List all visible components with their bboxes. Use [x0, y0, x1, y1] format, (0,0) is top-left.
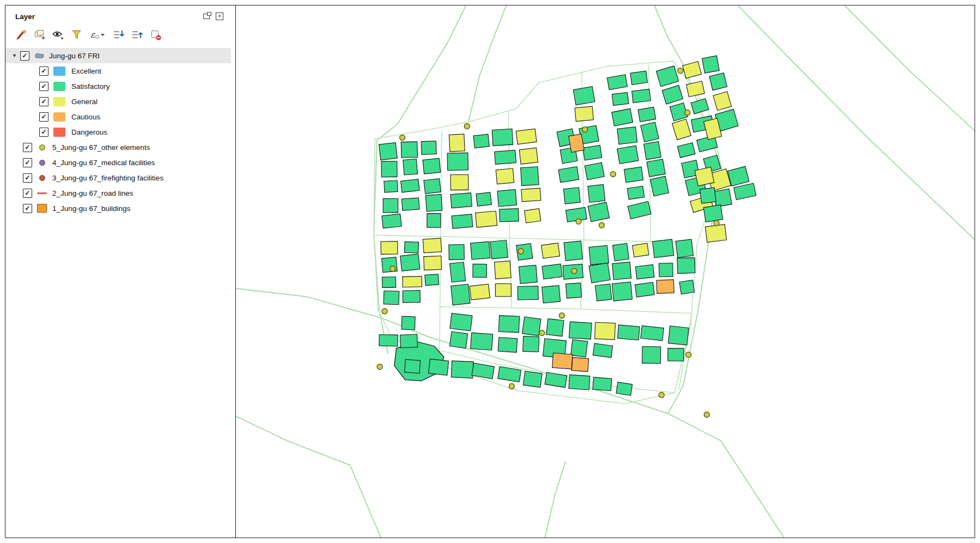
legend-item-excellent[interactable]: Excellent [5, 63, 231, 79]
building[interactable] [403, 159, 418, 175]
root-layer-checkbox[interactable] [20, 51, 29, 61]
filter-by-expression-button[interactable]: ε [88, 28, 107, 41]
layer-row-root[interactable]: Jung-gu 67 FRI [5, 48, 231, 63]
building[interactable] [381, 161, 397, 177]
building[interactable] [569, 134, 585, 153]
building[interactable] [403, 291, 420, 303]
legend-item-cautious[interactable]: Cautious [5, 109, 231, 124]
building[interactable] [627, 186, 644, 200]
building[interactable] [519, 265, 538, 283]
building[interactable] [424, 256, 442, 270]
building[interactable] [569, 375, 590, 390]
building[interactable] [496, 168, 514, 184]
building[interactable] [566, 283, 582, 298]
building[interactable] [451, 193, 472, 208]
building[interactable] [588, 202, 610, 222]
building[interactable] [638, 107, 656, 122]
building[interactable] [558, 167, 579, 183]
building[interactable] [379, 143, 398, 160]
manage-map-themes-button[interactable] [51, 28, 65, 41]
building[interactable] [523, 336, 539, 352]
building[interactable] [593, 343, 612, 358]
building[interactable] [659, 263, 673, 276]
building[interactable] [734, 183, 756, 200]
building[interactable] [613, 243, 629, 261]
building[interactable] [471, 333, 493, 350]
building[interactable] [656, 280, 674, 293]
layer-checkbox[interactable] [23, 143, 32, 152]
building[interactable] [636, 264, 655, 279]
point-marker[interactable] [464, 124, 470, 129]
building[interactable] [521, 188, 541, 202]
building[interactable] [449, 245, 464, 260]
building[interactable] [624, 167, 643, 182]
legend-checkbox[interactable] [39, 97, 48, 106]
layer-row-buildings[interactable]: 1_Jung-gu 67_buildings [5, 201, 231, 216]
add-group-button[interactable] [33, 28, 46, 41]
building[interactable] [617, 127, 637, 144]
legend-checkbox[interactable] [39, 67, 48, 76]
layer-checkbox[interactable] [23, 204, 32, 213]
building[interactable] [588, 184, 605, 202]
building[interactable] [641, 325, 664, 340]
point-marker[interactable] [714, 220, 719, 226]
building[interactable] [612, 93, 629, 106]
building[interactable] [595, 322, 616, 340]
building[interactable] [564, 241, 582, 261]
building[interactable] [401, 179, 420, 192]
building[interactable] [405, 359, 421, 373]
building[interactable] [713, 92, 732, 111]
point-marker[interactable] [509, 384, 514, 389]
close-panel-button[interactable] [215, 12, 224, 21]
building[interactable] [384, 291, 399, 304]
building[interactable] [616, 382, 632, 395]
building[interactable] [519, 148, 538, 164]
building[interactable] [490, 240, 508, 258]
map-canvas[interactable] [236, 5, 975, 538]
building[interactable] [668, 326, 689, 345]
building[interactable] [728, 166, 749, 186]
layer-row-firefighting-facilities[interactable]: 3_Jung-gu 67_firefighting facilities [5, 170, 231, 185]
point-marker[interactable] [678, 68, 683, 74]
building[interactable] [668, 348, 684, 361]
building[interactable] [583, 145, 602, 160]
building[interactable] [595, 284, 612, 301]
point-marker[interactable] [576, 219, 581, 224]
float-panel-button[interactable] [202, 12, 211, 21]
building[interactable] [498, 337, 518, 353]
building[interactable] [429, 359, 449, 375]
building[interactable] [450, 313, 472, 331]
building[interactable] [691, 99, 709, 114]
legend-checkbox[interactable] [39, 128, 48, 137]
building[interactable] [571, 340, 588, 357]
building[interactable] [401, 142, 417, 158]
filter-legend-button[interactable] [70, 28, 83, 41]
building[interactable] [498, 316, 519, 333]
building[interactable] [677, 257, 695, 273]
point-marker[interactable] [382, 309, 387, 314]
building[interactable] [593, 377, 612, 391]
building[interactable] [522, 317, 541, 336]
legend-item-satisfactory[interactable]: Satisfactory [5, 79, 231, 94]
point-marker[interactable] [686, 352, 691, 358]
building[interactable] [451, 174, 468, 190]
building[interactable] [450, 262, 466, 282]
building[interactable] [679, 280, 695, 294]
building[interactable] [424, 179, 441, 194]
building[interactable] [617, 146, 638, 164]
building[interactable] [542, 264, 562, 279]
building[interactable] [628, 201, 651, 219]
building[interactable] [653, 239, 674, 258]
building[interactable] [678, 143, 696, 158]
building[interactable] [471, 242, 490, 260]
layer-row-medical-facilities[interactable]: 4_Jung-gu 67_medical facilities [5, 155, 231, 170]
legend-item-dangerous[interactable]: Dangerous [5, 124, 231, 140]
building[interactable] [473, 264, 486, 277]
building[interactable] [476, 211, 497, 227]
building[interactable] [421, 141, 436, 155]
point-marker[interactable] [390, 266, 395, 272]
layer-styling-button[interactable] [14, 28, 28, 41]
point-marker[interactable] [659, 393, 664, 398]
collapse-all-button[interactable] [130, 28, 144, 41]
expand-all-button[interactable] [112, 28, 125, 41]
